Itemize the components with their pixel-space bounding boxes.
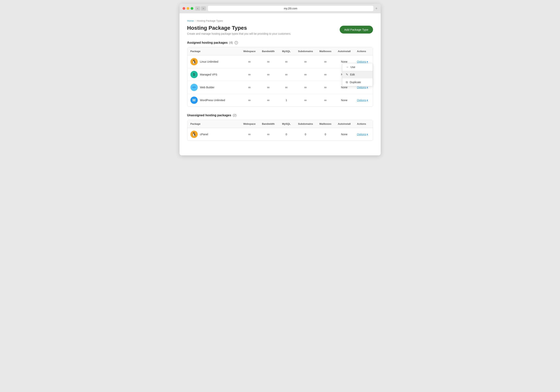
package-name: WordPress Unlimited [200,99,225,102]
page-title: Hosting Package Types [187,25,291,31]
col-header-mysql: MySQL [278,47,295,55]
dropdown-arrow-icon: ▾ [367,86,368,89]
mysql-value: 1 [278,94,295,107]
menu-item-duplicate[interactable]: ⧉ Duplicate [342,78,373,86]
assigned-title-text: Assigned hosting packages [187,41,228,44]
mailboxes-value: ∞ [316,81,334,94]
vps-icon: $ [190,71,198,78]
wordpress-icon: W [190,97,198,104]
col-header-actions: Actions [354,120,373,128]
options-button-web[interactable]: Options ▾ [357,86,368,89]
unassigned-count: (2) [233,114,237,117]
unassigned-section-title: Unassigned hosting packages (2) [187,114,373,117]
help-icon[interactable]: ? [234,41,238,44]
bandwidth-value: ∞ [259,128,278,141]
options-button-linux[interactable]: Options ▾ [357,60,368,63]
package-cell: </> Web Builder [190,84,237,91]
col-header-webspace: Webspace [240,47,259,55]
table-row: 🐧 Linux Unlimited ∞ ∞ ∞ ∞ ∞ None Option [187,55,373,68]
col-header-mysql: MySQL [278,120,295,128]
dropdown-arrow-icon: ▾ [367,133,368,136]
options-label: Options [357,60,366,63]
col-header-mailboxes: Mailboxes [316,47,334,55]
assigned-packages-table: Package Webspace Bandwidth MySQL Subdoma… [187,47,373,107]
options-button-cpanel[interactable]: Options ▾ [357,133,368,136]
col-header-subdomains: Subdomains [295,120,316,128]
maximize-button[interactable] [191,7,193,10]
bandwidth-value: ∞ [259,55,278,68]
col-header-actions: Actions [354,47,373,55]
page-description: Create and manage hosting package types … [187,32,291,35]
mysql-value: ∞ [278,81,295,94]
mailboxes-value: 0 [316,128,334,141]
breadcrumb-current: Hosting Package Types [197,19,223,22]
package-name: Managed VPS [200,73,217,76]
close-button[interactable] [183,7,185,10]
col-header-package: Package [187,47,240,55]
minimize-button[interactable] [187,7,189,10]
assigned-section-title: Assigned hosting packages (4) ? [187,41,373,44]
new-tab-button[interactable]: + [375,6,378,11]
options-label: Options [357,99,366,102]
menu-duplicate-label: Duplicate [350,81,361,84]
mysql-value: ∞ [278,55,295,68]
menu-item-edit[interactable]: ✎ Edit [342,71,373,78]
package-name: Linux Unlimited [200,60,218,63]
options-button-wp[interactable]: Options ▾ [357,99,368,102]
options-dropdown-menu: → Use ✎ Edit ⧉ Duplicate [342,63,373,86]
arrow-right-icon: → [346,65,349,69]
webspace-value: ∞ [240,81,259,94]
subdomains-value: ∞ [295,55,316,68]
mysql-value: 0 [278,128,295,141]
col-header-bandwidth: Bandwidth [259,120,278,128]
unassigned-title-text: Unassigned hosting packages [187,114,231,117]
package-cell: W WordPress Unlimited [190,97,237,104]
col-header-mailboxes: Mailboxes [316,120,334,128]
breadcrumb-separator: / [195,19,196,22]
add-package-type-button[interactable]: Add Package Type [340,26,373,33]
traffic-lights [183,7,193,10]
webspace-value: ∞ [240,94,259,107]
subdomains-value: 0 [295,128,316,141]
autoinstall-value: None [334,128,354,141]
assigned-packages-table-wrapper: Package Webspace Bandwidth MySQL Subdoma… [187,47,373,107]
mailboxes-value: ∞ [316,94,334,107]
linux-icon: 🐧 [190,58,198,65]
back-button[interactable]: < [195,6,200,10]
cpanel-icon: 🐧 [190,131,198,138]
subdomains-value: ∞ [295,94,316,107]
bandwidth-value: ∞ [259,68,278,81]
unassigned-packages-table: Package Webspace Bandwidth MySQL Subdoma… [187,120,373,141]
menu-edit-label: Edit [350,73,355,76]
breadcrumb-home[interactable]: Home [187,19,194,22]
col-header-webspace: Webspace [240,120,259,128]
options-label: Options [357,86,366,89]
package-name: cPanel [200,133,208,136]
breadcrumb: Home / Hosting Package Types [187,19,373,22]
webspace-value: ∞ [240,68,259,81]
table-row: 🐧 cPanel ∞ ∞ 0 0 0 None Options [187,128,373,141]
address-bar[interactable] [208,6,373,11]
mailboxes-value: ∞ [316,55,334,68]
col-header-autoinstall: Autoinstall [334,47,354,55]
page-header: Hosting Package Types Create and manage … [187,25,373,35]
dropdown-arrow-icon: ▾ [367,99,368,102]
mysql-value: ∞ [278,68,295,81]
col-header-autoinstall: Autoinstall [334,120,354,128]
mailboxes-value: ∞ [316,68,334,81]
col-header-subdomains: Subdomains [295,47,316,55]
col-header-package: Package [187,120,240,128]
menu-item-use[interactable]: → Use [342,63,373,71]
table-row: W WordPress Unlimited ∞ ∞ 1 ∞ ∞ None Opt [187,94,373,107]
edit-icon: ✎ [346,73,348,76]
package-cell: $ Managed VPS [190,71,237,78]
duplicate-icon: ⧉ [346,80,348,84]
bandwidth-value: ∞ [259,94,278,107]
forward-button[interactable]: > [201,6,206,10]
webspace-value: ∞ [240,55,259,68]
web-builder-icon: </> [190,84,198,91]
page-title-block: Hosting Package Types Create and manage … [187,25,291,35]
subdomains-value: ∞ [295,81,316,94]
options-label: Options [357,133,366,136]
autoinstall-value: None [334,94,354,107]
